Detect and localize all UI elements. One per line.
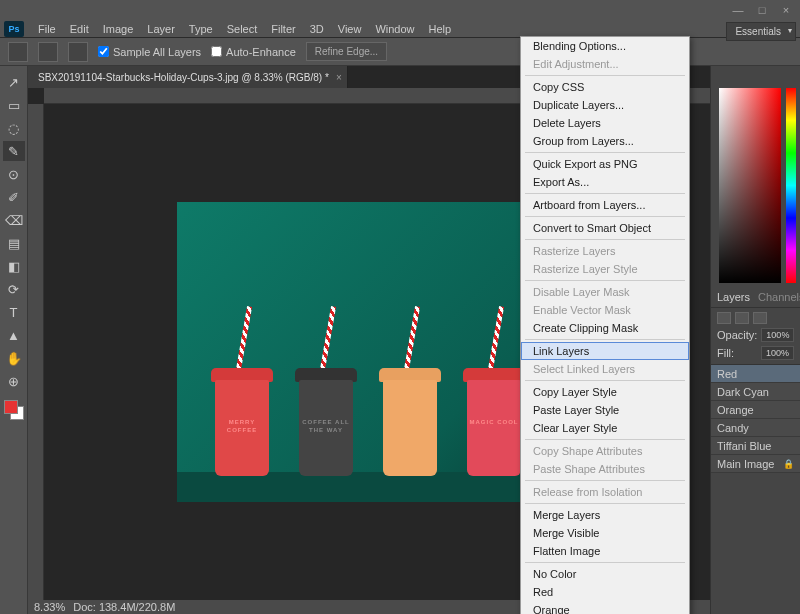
- cup: MAGIC COOL: [463, 368, 525, 476]
- ctx-rasterize-layers: Rasterize Layers: [521, 242, 689, 260]
- tool-2[interactable]: ◌: [3, 118, 25, 138]
- layer-dark-cyan[interactable]: Dark Cyan: [711, 383, 800, 401]
- ctx-duplicate-layers-[interactable]: Duplicate Layers...: [521, 96, 689, 114]
- tool-0[interactable]: ↗: [3, 72, 25, 92]
- ctx-edit-adjustment-: Edit Adjustment...: [521, 55, 689, 73]
- layers-panel-tabs: Layers Channels Paths: [711, 286, 800, 308]
- tool-6[interactable]: ⌫: [3, 210, 25, 230]
- layer-candy[interactable]: Candy: [711, 419, 800, 437]
- refine-edge-button[interactable]: Refine Edge...: [306, 42, 387, 61]
- tool-4[interactable]: ⊙: [3, 164, 25, 184]
- auto-enhance-checkbox[interactable]: Auto-Enhance: [211, 46, 296, 58]
- ctx-copy-layer-style[interactable]: Copy Layer Style: [521, 383, 689, 401]
- ctx-merge-layers[interactable]: Merge Layers: [521, 506, 689, 524]
- layer-red[interactable]: Red: [711, 365, 800, 383]
- menu-image[interactable]: Image: [97, 21, 140, 37]
- layers-list: RedDark CyanOrangeCandyTiffani BlueMain …: [711, 365, 800, 614]
- ctx-paste-layer-style[interactable]: Paste Layer Style: [521, 401, 689, 419]
- tool-5[interactable]: ✐: [3, 187, 25, 207]
- color-picker-panel[interactable]: [711, 66, 800, 286]
- menu-filter[interactable]: Filter: [265, 21, 301, 37]
- app-logo: Ps: [4, 21, 24, 37]
- layer-orange[interactable]: Orange: [711, 401, 800, 419]
- menu-select[interactable]: Select: [221, 21, 264, 37]
- ctx-red[interactable]: Red: [521, 583, 689, 601]
- ctx-select-linked-layers: Select Linked Layers: [521, 360, 689, 378]
- ctx-export-as-[interactable]: Export As...: [521, 173, 689, 191]
- document-tab[interactable]: SBX20191104-Starbucks-Holiday-Cups-3.jpg…: [28, 66, 348, 88]
- menu-window[interactable]: Window: [369, 21, 420, 37]
- workspace-switcher[interactable]: Essentials: [726, 22, 796, 41]
- layer-options: Opacity:100% Fill:100%: [711, 308, 800, 365]
- cup: [379, 368, 441, 476]
- ctx-blending-options-[interactable]: Blending Options...: [521, 37, 689, 55]
- cup: COFFEE ALL THE WAY: [295, 368, 357, 476]
- tool-10[interactable]: T: [3, 302, 25, 322]
- fill-value[interactable]: 100%: [761, 346, 794, 360]
- tool-preset-swatch[interactable]: [8, 42, 28, 62]
- tools-panel: ↗▭◌✎⊙✐⌫▤◧⟳T▲✋⊕: [0, 66, 28, 614]
- ctx-paste-shape-attributes: Paste Shape Attributes: [521, 460, 689, 478]
- ctx-delete-layers[interactable]: Delete Layers: [521, 114, 689, 132]
- ctx-rasterize-layer-style: Rasterize Layer Style: [521, 260, 689, 278]
- tab-channels[interactable]: Channels: [758, 291, 800, 303]
- mode-swatch[interactable]: [68, 42, 88, 62]
- ctx-link-layers[interactable]: Link Layers: [521, 342, 689, 360]
- tool-9[interactable]: ⟳: [3, 279, 25, 299]
- brush-swatch[interactable]: [38, 42, 58, 62]
- ctx-enable-vector-mask: Enable Vector Mask: [521, 301, 689, 319]
- ctx-group-from-layers-[interactable]: Group from Layers...: [521, 132, 689, 150]
- ctx-no-color[interactable]: No Color: [521, 565, 689, 583]
- tool-1[interactable]: ▭: [3, 95, 25, 115]
- layer-filter-icon-2[interactable]: [753, 312, 767, 324]
- menu-3d[interactable]: 3D: [304, 21, 330, 37]
- ctx-orange[interactable]: Orange: [521, 601, 689, 614]
- tool-11[interactable]: ▲: [3, 325, 25, 345]
- canvas: MERRY COFFEECOFFEE ALL THE WAYMAGIC COOL: [177, 202, 577, 502]
- ctx-convert-to-smart-object[interactable]: Convert to Smart Object: [521, 219, 689, 237]
- ctx-merge-visible[interactable]: Merge Visible: [521, 524, 689, 542]
- window-titlebar: — □ ×: [0, 0, 800, 20]
- menu-type[interactable]: Type: [183, 21, 219, 37]
- zoom-level[interactable]: 8.33%: [34, 601, 65, 613]
- panels-dock: Layers Channels Paths Opacity:100% Fill:…: [710, 66, 800, 614]
- menu-layer[interactable]: Layer: [141, 21, 181, 37]
- maximize-button[interactable]: □: [750, 2, 774, 18]
- ctx-artboard-from-layers-[interactable]: Artboard from Layers...: [521, 196, 689, 214]
- minimize-button[interactable]: —: [726, 2, 750, 18]
- ctx-create-clipping-mask[interactable]: Create Clipping Mask: [521, 319, 689, 337]
- tool-7[interactable]: ▤: [3, 233, 25, 253]
- menu-file[interactable]: File: [32, 21, 62, 37]
- ctx-copy-shape-attributes: Copy Shape Attributes: [521, 442, 689, 460]
- close-button[interactable]: ×: [774, 2, 798, 18]
- color-swatches[interactable]: [4, 400, 24, 420]
- menu-edit[interactable]: Edit: [64, 21, 95, 37]
- ctx-clear-layer-style[interactable]: Clear Layer Style: [521, 419, 689, 437]
- layer-context-menu: Blending Options...Edit Adjustment...Cop…: [520, 36, 690, 614]
- opacity-value[interactable]: 100%: [761, 328, 794, 342]
- ctx-quick-export-as-png[interactable]: Quick Export as PNG: [521, 155, 689, 173]
- lock-icon: 🔒: [783, 459, 794, 469]
- doc-info: Doc: 138.4M/220.8M: [73, 601, 175, 613]
- ctx-disable-layer-mask: Disable Layer Mask: [521, 283, 689, 301]
- menu-view[interactable]: View: [332, 21, 368, 37]
- layer-tiffani-blue[interactable]: Tiffani Blue: [711, 437, 800, 455]
- blend-mode-icon[interactable]: [717, 312, 731, 324]
- tab-layers[interactable]: Layers: [717, 291, 750, 303]
- sample-all-layers-checkbox[interactable]: Sample All Layers: [98, 46, 201, 58]
- ctx-copy-css[interactable]: Copy CSS: [521, 78, 689, 96]
- hue-slider[interactable]: [786, 88, 796, 283]
- layer-filter-icon[interactable]: [735, 312, 749, 324]
- cup: MERRY COFFEE: [211, 368, 273, 476]
- vertical-ruler: [28, 104, 44, 600]
- tool-12[interactable]: ✋: [3, 348, 25, 368]
- tool-8[interactable]: ◧: [3, 256, 25, 276]
- tool-3[interactable]: ✎: [3, 141, 25, 161]
- ctx-release-from-isolation: Release from Isolation: [521, 483, 689, 501]
- menu-help[interactable]: Help: [423, 21, 458, 37]
- ctx-flatten-image[interactable]: Flatten Image: [521, 542, 689, 560]
- tool-13[interactable]: ⊕: [3, 371, 25, 391]
- layer-main-image[interactable]: Main Image🔒: [711, 455, 800, 473]
- color-field[interactable]: [719, 88, 781, 283]
